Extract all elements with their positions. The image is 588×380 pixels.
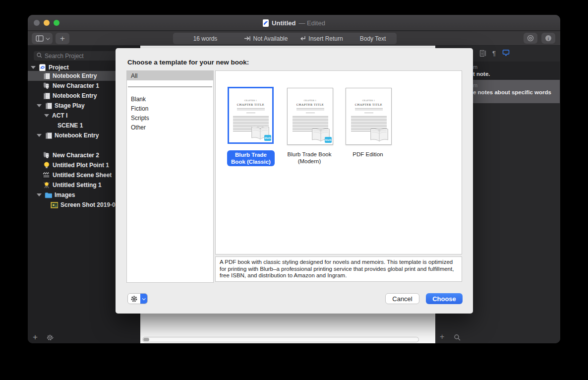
- sidebar-item-label: Screen Shot 2019-0: [60, 201, 116, 208]
- theater-masks-icon: [43, 82, 50, 90]
- template-thumbnail[interactable]: CHAPTER 1 CHAPTER TITLE blurb: [287, 88, 333, 145]
- horizontal-scrollbar[interactable]: [142, 337, 419, 342]
- template-blurb-classic[interactable]: CHAPTER 1 CHAPTER TITLE blurb: [227, 87, 275, 144]
- dialog-title: Choose a template for your new book:: [127, 59, 249, 66]
- sidebar-item-label: New Character 2: [53, 152, 99, 159]
- disclosure-triangle-icon[interactable]: [44, 114, 49, 117]
- category-list: All Blank Fiction Scripts Other: [126, 70, 214, 283]
- gear-icon[interactable]: [47, 334, 54, 343]
- search-comments-icon[interactable]: [454, 334, 461, 343]
- disclosure-triangle-icon[interactable]: [31, 66, 36, 69]
- category-fiction[interactable]: Fiction: [127, 104, 213, 113]
- disclosure-triangle-icon[interactable]: [37, 104, 42, 107]
- template-blurb-modern[interactable]: CHAPTER 1 CHAPTER TITLE blurb: [286, 88, 334, 145]
- chevron-down-icon: [46, 36, 50, 40]
- sidebar-item-label: New Character 1: [53, 82, 99, 89]
- comment-card[interactable]: m t note.: [464, 62, 560, 79]
- sidebar-toggle-button[interactable]: [32, 33, 53, 44]
- thumb-chapter-title: CHAPTER TITLE: [346, 103, 391, 106]
- sidebar-item-label: Notebook Entry: [55, 132, 99, 139]
- clapperboard-icon: [43, 172, 50, 179]
- target-button[interactable]: [524, 33, 537, 44]
- thumb-chapter-title: CHAPTER TITLE: [229, 103, 272, 106]
- comment-card-selected[interactable]: m e notes about specific words: [464, 80, 560, 103]
- template-label[interactable]: PDF Edition: [341, 151, 395, 158]
- gear-button[interactable]: [128, 294, 140, 304]
- template-thumbnail[interactable]: CHAPTER 1 CHAPTER TITLE blurb: [228, 87, 274, 144]
- template-chooser-dialog: Choose a template for your new book: All…: [116, 48, 473, 314]
- snapshot-list-icon[interactable]: [480, 50, 486, 57]
- add-button[interactable]: +: [56, 33, 69, 44]
- category-scripts[interactable]: Scripts: [127, 113, 213, 123]
- sidebar-item-label: Stage Play: [55, 102, 85, 109]
- notebook-icon: [45, 102, 52, 110]
- template-pdf-edition[interactable]: CHAPTER 1 CHAPTER TITLE: [345, 88, 393, 145]
- cancel-button[interactable]: Cancel: [385, 293, 419, 304]
- spotlight-icon: [43, 182, 50, 189]
- choose-button[interactable]: Choose: [426, 293, 463, 304]
- sidebar-item-label: SCENE 1: [58, 122, 83, 129]
- scrollbar-thumb[interactable]: [143, 338, 149, 341]
- options-dropdown-button[interactable]: [140, 294, 147, 304]
- open-book-icon: [369, 127, 389, 142]
- blurb-badge: blurb: [264, 135, 271, 141]
- category-all[interactable]: All: [127, 71, 213, 80]
- notebook-icon: [43, 92, 50, 100]
- search-icon: [37, 53, 42, 58]
- image-icon: [51, 201, 58, 209]
- paragraph-style-button[interactable]: Body Text: [349, 35, 397, 42]
- sidebar-item-label: Untitled Setting 1: [53, 182, 102, 189]
- category-other[interactable]: Other: [127, 123, 213, 132]
- title-bar[interactable]: Untitled — Edited: [28, 15, 560, 31]
- gear-icon: [130, 295, 138, 303]
- project-icon: [39, 64, 46, 71]
- return-arrow-icon: [300, 36, 306, 41]
- template-thumbnail[interactable]: CHAPTER 1 CHAPTER TITLE: [346, 88, 392, 145]
- category-separator: [128, 86, 212, 87]
- comment-text: e notes about specific words: [473, 89, 560, 95]
- template-label-selected[interactable]: Blurb Trade Book (Classic): [227, 150, 275, 166]
- theater-masks-icon: [43, 152, 50, 159]
- thumb-chapter-title: CHAPTER TITLE: [288, 103, 333, 106]
- tab-status-label: Not Available: [253, 35, 288, 42]
- blurb-badge: blurb: [325, 137, 332, 143]
- thumb-chapter-label: CHAPTER 1: [288, 99, 333, 102]
- add-item-icon[interactable]: +: [33, 332, 38, 342]
- desktop: Untitled — Edited + 16 words Not Availab…: [0, 0, 588, 380]
- sidebar-item-label: Notebook Entry: [53, 72, 97, 79]
- inspector-tab-bar: ¶: [480, 50, 510, 57]
- sidebar-item-label: Project: [49, 64, 69, 71]
- options-split-button[interactable]: [127, 293, 148, 304]
- window-edited-text: — Edited: [298, 19, 325, 27]
- toolbar-status-group: 16 words Not Available Insert Return Bod…: [173, 33, 397, 44]
- window-title: Untitled — Edited: [28, 15, 560, 31]
- comment-text: t note.: [473, 71, 560, 77]
- template-description: A PDF book with classic styling designed…: [215, 256, 462, 282]
- pilcrow-icon[interactable]: ¶: [492, 50, 496, 57]
- disclosure-triangle-icon[interactable]: [37, 134, 42, 137]
- sidebar-panel-icon: [36, 35, 44, 42]
- category-blank[interactable]: Blank: [127, 94, 213, 104]
- add-comment-icon[interactable]: +: [440, 332, 444, 341]
- comment-meta: m: [473, 64, 560, 70]
- thumb-chapter-label: CHAPTER 1: [229, 99, 272, 102]
- sidebar-item-label: ACT I: [52, 112, 67, 119]
- disclosure-triangle-icon[interactable]: [37, 193, 42, 196]
- info-button[interactable]: i: [541, 33, 555, 44]
- comment-bubble-icon[interactable]: [502, 50, 510, 57]
- insert-return-button[interactable]: Insert Return: [294, 35, 349, 42]
- document-icon: [263, 19, 269, 27]
- insert-return-label: Insert Return: [308, 35, 343, 42]
- sidebar-item-label: Untitled Plot Point 1: [53, 162, 109, 169]
- word-count-label: 16 words: [193, 35, 218, 42]
- template-grid: CHAPTER 1 CHAPTER TITLE blurb CHAPTER 1 …: [215, 70, 462, 254]
- tab-status: Not Available: [237, 35, 294, 42]
- paragraph-style-label: Body Text: [360, 35, 386, 42]
- comment-meta: m: [473, 82, 560, 88]
- binder-footer: +: [28, 332, 140, 343]
- template-label[interactable]: Blurb Trade Book (Modern): [282, 151, 337, 165]
- sidebar-item-label: Notebook Entry: [53, 92, 97, 99]
- sidebar-item-label: Images: [55, 191, 75, 198]
- target-icon: [527, 35, 534, 42]
- word-count: 16 words: [173, 35, 237, 42]
